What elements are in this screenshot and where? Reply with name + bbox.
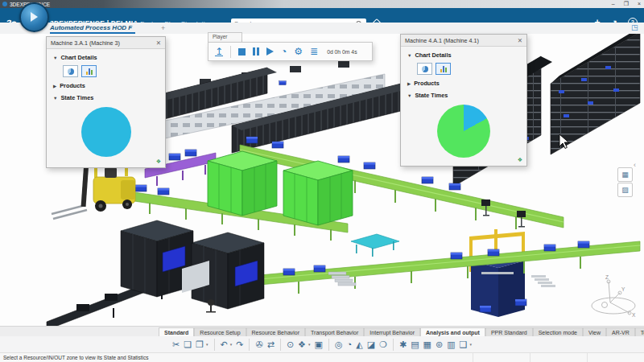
toolbar-separator bbox=[249, 339, 250, 351]
panel-title: Machine 4.A.1 (Machine 4.1) bbox=[405, 37, 518, 44]
flow-graph-tool-icon[interactable]: ✱ bbox=[399, 339, 407, 350]
ribbon-toolbar: ✂ ❏ ❐ ▾ ↶ ▾ ↷ ✇ ⇄ ⊙ ❖ ▾ ▣ ◎ ◔ ◭ ◪ ❍ ✱ ▤ … bbox=[0, 336, 644, 352]
chevron-down-icon: ▼ bbox=[407, 53, 411, 58]
area-chart-tool-icon[interactable]: ◪ bbox=[367, 339, 375, 350]
section-state-times[interactable]: ▼ State Times bbox=[407, 92, 526, 99]
bar-chart-icon bbox=[86, 68, 93, 75]
panel-title: Machine 3.A.1 (Machine 3) bbox=[51, 39, 156, 47]
sync-world-icon[interactable]: ◎ bbox=[335, 339, 343, 350]
stats-tool-icon[interactable]: ▥ bbox=[447, 339, 455, 350]
state-times-pie-chart[interactable] bbox=[81, 107, 131, 157]
close-button[interactable]: × bbox=[638, 0, 641, 8]
close-panel-icon[interactable]: ✕ bbox=[518, 37, 522, 44]
undo-icon[interactable]: ↶ bbox=[221, 339, 228, 350]
simulation-settings-button[interactable]: ⚙ bbox=[294, 47, 303, 56]
gantt-tool-icon[interactable]: ▦ bbox=[423, 339, 431, 350]
status-cell bbox=[473, 353, 530, 362]
copy-icon[interactable]: ❏ bbox=[184, 339, 192, 350]
paste-icon[interactable]: ❐ bbox=[196, 339, 204, 350]
ribbon-tab-bar: Standard Resource Setup Resource Behavio… bbox=[0, 326, 644, 336]
pause-button[interactable] bbox=[253, 47, 259, 56]
section-chart-details[interactable]: ▼ Chart Details bbox=[53, 54, 165, 61]
section-label: Products bbox=[414, 80, 440, 87]
dropdown-caret-icon[interactable]: ▾ bbox=[469, 342, 472, 347]
section-products[interactable]: ▶ Products bbox=[407, 80, 526, 87]
play-button[interactable] bbox=[266, 47, 274, 56]
state-times-pie-chart[interactable] bbox=[437, 105, 490, 158]
export-data-icon[interactable]: ❑ bbox=[460, 339, 468, 350]
ribbon-tab-ar-vr[interactable]: AR-VR bbox=[606, 327, 635, 336]
section-chart-details[interactable]: ▼ Chart Details bbox=[407, 51, 526, 59]
table-tool-icon[interactable]: ▤ bbox=[411, 339, 419, 350]
chevron-down-icon: ▼ bbox=[407, 93, 411, 98]
bar-chart-type-button[interactable] bbox=[436, 63, 451, 75]
pie-chart-type-button[interactable] bbox=[417, 63, 432, 75]
document-tab[interactable]: Automated Process HOD F bbox=[50, 23, 135, 34]
toolbar-separator bbox=[328, 339, 329, 351]
play-analysis-icon[interactable]: ⊚ bbox=[436, 339, 443, 350]
chevron-right-icon: ▶ bbox=[53, 84, 56, 88]
stop-button[interactable] bbox=[238, 48, 246, 56]
ribbon-tab-interrupt-behavior[interactable]: Interrupt Behavior bbox=[364, 327, 420, 336]
ribbon-tab-resource-setup[interactable]: Resource Setup bbox=[194, 327, 246, 336]
close-panel-icon[interactable]: ✕ bbox=[156, 39, 161, 47]
minimize-button[interactable]: – bbox=[612, 0, 615, 8]
player-separator bbox=[230, 46, 231, 58]
section-label: Products bbox=[60, 82, 85, 89]
section-label: State Times bbox=[60, 94, 93, 101]
event-list-button[interactable]: ≣ bbox=[310, 47, 318, 56]
pie-chart-tool-icon[interactable]: ◔ bbox=[347, 339, 353, 350]
dropdown-caret-icon[interactable]: ▾ bbox=[308, 342, 311, 347]
pie-chart-icon bbox=[68, 68, 74, 75]
expand-viewport-icon[interactable]: ◳ bbox=[631, 23, 638, 31]
ribbon-tab-tools[interactable]: Tools bbox=[635, 327, 644, 336]
maximize-button[interactable]: ❐ bbox=[624, 0, 629, 8]
toolbar-separator bbox=[280, 339, 281, 351]
network-view-icon[interactable]: ❖ bbox=[298, 339, 306, 350]
cut-icon[interactable]: ✂ bbox=[172, 339, 180, 350]
player-panel-tab[interactable]: Player bbox=[208, 32, 242, 42]
redo-icon[interactable]: ↷ bbox=[236, 339, 243, 350]
3dexperience-compass-badge[interactable] bbox=[19, 2, 49, 32]
ribbon-tab-ppr-standard[interactable]: PPR Standard bbox=[485, 327, 533, 336]
display-panel-tool-button[interactable]: ▦ bbox=[617, 167, 633, 182]
section-products[interactable]: ▶ Products bbox=[53, 82, 165, 89]
probe-tool-icon[interactable]: ❍ bbox=[379, 339, 387, 350]
dropdown-caret-icon[interactable]: ▾ bbox=[230, 342, 233, 347]
section-state-times[interactable]: ▼ State Times bbox=[53, 94, 165, 101]
compare-icon[interactable]: ⇄ bbox=[267, 339, 275, 350]
chevron-down-icon: ▼ bbox=[53, 56, 57, 60]
ribbon-tab-selection-mode[interactable]: Selection mode bbox=[533, 327, 583, 336]
3d-viewport[interactable]: Z Y X Player ↥ ◔ ⚙ ≣ 0d 0h 0m 4s Machine… bbox=[0, 34, 644, 326]
ribbon-tab-standard[interactable]: Standard bbox=[159, 327, 194, 336]
toolbar-separator bbox=[214, 339, 215, 351]
collapse-chevron-icon[interactable]: ‹ bbox=[634, 161, 636, 169]
axis-triad: Z Y X bbox=[592, 274, 636, 318]
line-chart-tool-icon[interactable]: ◭ bbox=[356, 339, 362, 350]
ribbon-tab-view[interactable]: View bbox=[583, 327, 606, 336]
ribbon-tab-resource-behavior[interactable]: Resource Behavior bbox=[246, 327, 306, 336]
dropdown-caret-icon[interactable]: ▾ bbox=[206, 342, 208, 347]
app-icon bbox=[2, 2, 7, 6]
ribbon-tab-analysis-and-output[interactable]: Analysis and output bbox=[420, 327, 485, 336]
machine-cell-highlighted-2[interactable] bbox=[283, 161, 353, 225]
chart-options-icon[interactable]: ❖ bbox=[518, 157, 522, 163]
bar-chart-icon bbox=[440, 65, 447, 72]
machine-cell-highlighted-1[interactable] bbox=[208, 151, 277, 216]
analysis-panel-tool-button[interactable]: ▨ bbox=[617, 183, 633, 197]
bar-chart-type-button[interactable] bbox=[81, 65, 97, 77]
player-panel: Player ↥ ◔ ⚙ ≣ 0d 0h 0m 4s bbox=[208, 32, 373, 61]
simulation-speed-button[interactable]: ◔ bbox=[281, 47, 287, 56]
pie-chart-type-button[interactable] bbox=[63, 65, 78, 77]
app-bar: 3s 3DEXPERIENCE | DELMIA Factory Flow Si… bbox=[0, 8, 644, 23]
axis-y-label: Y bbox=[621, 286, 625, 292]
export-results-button[interactable]: ↥ bbox=[215, 47, 223, 56]
capture-frame-icon[interactable]: ▣ bbox=[315, 339, 323, 350]
camera-record-icon[interactable]: ✇ bbox=[255, 339, 262, 350]
update-simulation-icon[interactable]: ⊙ bbox=[287, 339, 294, 350]
simulation-time: 0d 0h 0m 4s bbox=[327, 49, 357, 55]
section-label: Chart Details bbox=[60, 54, 97, 61]
chart-options-icon[interactable]: ❖ bbox=[156, 158, 161, 165]
ribbon-tab-transport-behavior[interactable]: Transport Behavior bbox=[305, 327, 364, 336]
new-tab-button[interactable]: + bbox=[161, 24, 165, 32]
